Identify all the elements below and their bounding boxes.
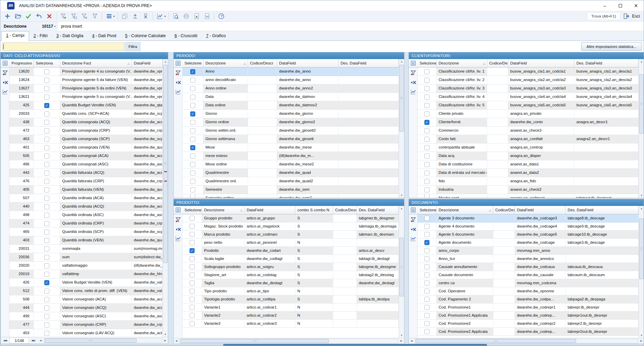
- row-checkbox[interactable]: [424, 187, 429, 192]
- row-checkbox[interactable]: [44, 322, 49, 327]
- grid-chart-icon[interactable]: [409, 87, 417, 96]
- scroll-down-icon[interactable]: ▼: [163, 332, 168, 337]
- scroll-right-icon[interactable]: ▶: [399, 338, 404, 344]
- row-checkbox[interactable]: [44, 230, 49, 235]
- table-row[interactable]: 20019 valfatttmp dwarehe.dw_hhva: [9, 270, 163, 278]
- row-checkbox[interactable]: [190, 103, 195, 108]
- col-header-datafield[interactable]: DataField: [132, 59, 163, 67]
- table-row[interactable]: 403 Quantità ordinata (VEN) dwarehe.dw_q…: [9, 236, 163, 245]
- row-checkbox[interactable]: [424, 256, 429, 261]
- cell-codice[interactable]: [333, 320, 357, 327]
- table-row[interactable]: 20033 Quantità cons. (SCP+ACA) dwarehe.d…: [9, 110, 163, 118]
- row-checkbox[interactable]: [190, 297, 195, 302]
- table-row[interactable]: 498 Quantità ordinata (ASC) dwarehe.dw_a…: [9, 211, 163, 219]
- row-checkbox[interactable]: [44, 238, 49, 243]
- table-row[interactable]: 443 Quantità fatturata (ACQ) dwarehe.dw_…: [9, 169, 163, 177]
- row-checkbox[interactable]: [190, 187, 195, 192]
- table-row[interactable]: fido anagra.an_fido: [418, 177, 639, 186]
- scroll-down-icon[interactable]: ▼: [639, 193, 644, 198]
- row-checkbox[interactable]: [190, 69, 195, 74]
- cell-codice[interactable]: [248, 177, 277, 185]
- cell-codice[interactable]: [493, 303, 515, 311]
- cell-codice[interactable]: [487, 186, 508, 194]
- row-checkbox[interactable]: [44, 86, 49, 91]
- table-row[interactable]: Data dwarehe.dw_datmov: [182, 93, 399, 101]
- tab-filtri[interactable]: 2 - Filtri: [29, 32, 52, 41]
- cell-codice[interactable]: [493, 247, 515, 255]
- table-row[interactable]: Cliente/fornit. dwarehe.dw_conto anagra.…: [418, 118, 639, 127]
- cell-codice[interactable]: [333, 247, 357, 255]
- row-checkbox[interactable]: [44, 221, 49, 226]
- clienti-vertical-scrollbar[interactable]: ▲ ▼: [639, 59, 644, 198]
- table-row[interactable]: Tipo prodotto artico.ar_tipo N: [182, 287, 399, 295]
- row-checkbox[interactable]: [190, 120, 195, 125]
- grid-clear-icon[interactable]: [409, 78, 417, 86]
- table-row[interactable]: Conto fatt. anagra.an_contfatt anagra2.a…: [418, 135, 639, 143]
- table-row[interactable]: Commercio anaext.ax_check3: [418, 127, 639, 135]
- table-row[interactable]: Anno_tco dwarehe.dw_annotco: [418, 255, 639, 263]
- scroll-right-icon[interactable]: ▶: [639, 338, 644, 344]
- table-row[interactable]: 453 Valore consegnato (LAV ACQ) dwarehe.…: [9, 329, 163, 337]
- col-header-des-datafield[interactable]: Des. DataField: [357, 206, 399, 214]
- print-preview-button[interactable]: [171, 12, 181, 21]
- row-checkbox[interactable]: [424, 154, 429, 159]
- table-row[interactable]: Data ordine dwarehe.dw_datmov2: [182, 101, 399, 110]
- row-checkbox[interactable]: [190, 224, 195, 229]
- row-checkbox[interactable]: [424, 86, 429, 91]
- row-checkbox[interactable]: [190, 232, 195, 237]
- grid-chart-icon[interactable]: [1, 87, 9, 96]
- table-row[interactable]: Industria anaext.ax_check2: [418, 186, 639, 194]
- table-row[interactable]: Cod. Operatore dwarehe.dw_opnome: [418, 287, 639, 295]
- cell-codice[interactable]: [493, 263, 515, 271]
- table-row[interactable]: 465 Quantità ordinata (SCP) dwarehe.dw_s…: [9, 228, 163, 236]
- grid-chart-icon[interactable]: [409, 234, 417, 243]
- table-row[interactable]: Data di costituzione anaext.ax_data1: [418, 160, 639, 169]
- row-checkbox[interactable]: [190, 86, 195, 91]
- row-checkbox[interactable]: [44, 305, 49, 311]
- cell-codice[interactable]: [333, 279, 357, 287]
- cell-codice[interactable]: [248, 169, 277, 177]
- table-row[interactable]: 440 Quantità ordinata (ACQ) dwarehe.dw_a…: [9, 203, 163, 211]
- col-header-progressivo[interactable]: Progressivo: [9, 59, 34, 67]
- description-field[interactable]: prova insert: [58, 22, 644, 31]
- table-row[interactable]: Mastro cont. anagra.an_codmast tabmast.t…: [418, 194, 639, 198]
- cell-codice[interactable]: [487, 118, 508, 126]
- table-row[interactable]: Classificazione cli/for. liv. 1 busvw_an…: [418, 68, 639, 76]
- row-checkbox[interactable]: [190, 145, 195, 150]
- tab-colonne-calcolate[interactable]: 5 - Colonne Calcolate: [121, 32, 170, 41]
- scroll-up-icon[interactable]: ▲: [639, 59, 644, 64]
- cell-codice[interactable]: [487, 194, 508, 198]
- mean-button[interactable]: [141, 12, 151, 21]
- row-checkbox[interactable]: [424, 305, 429, 310]
- row-checkbox[interactable]: [190, 313, 195, 318]
- scroll-up-icon[interactable]: ▲: [399, 206, 404, 211]
- table-row[interactable]: Taglia dwarehe.dw_destagl S dwarehe.dw_d…: [182, 279, 399, 287]
- plus-minus-button[interactable]: [130, 12, 141, 21]
- scroll-left-icon[interactable]: ◀: [409, 338, 414, 344]
- cell-codice[interactable]: [248, 135, 277, 143]
- tab-grafico[interactable]: 7 - Grafico: [202, 32, 230, 41]
- row-checkbox[interactable]: [44, 78, 49, 83]
- row-checkbox[interactable]: [190, 289, 195, 294]
- table-row[interactable]: Anno dwarehe.dw_anno: [182, 68, 399, 76]
- row-checkbox[interactable]: [44, 162, 49, 167]
- table-row[interactable]: 20036 sum sum(distinct dw_va...: [9, 253, 163, 262]
- grid-filter-icon[interactable]: [409, 215, 417, 224]
- table-row[interactable]: Classificazione cli/for. liv. 3 busvw_an…: [418, 84, 639, 93]
- row-checkbox[interactable]: [190, 305, 195, 310]
- col-header-seleziona[interactable]: Seleziona: [34, 59, 60, 67]
- table-row[interactable]: Cliente privato anagra.an_privato: [418, 110, 639, 118]
- cell-codice[interactable]: [493, 214, 515, 222]
- row-checkbox[interactable]: [190, 281, 195, 286]
- row-checkbox[interactable]: [190, 248, 195, 253]
- row-checkbox[interactable]: [44, 95, 49, 100]
- row-checkbox[interactable]: [190, 256, 195, 261]
- table-row[interactable]: Semestre ordine dwarehe.dw_sem2: [182, 194, 399, 198]
- row-checkbox[interactable]: [424, 162, 429, 167]
- delete-button[interactable]: [44, 12, 54, 21]
- cell-codice[interactable]: [333, 287, 357, 295]
- row-checkbox[interactable]: [424, 78, 429, 83]
- first-record-button[interactable]: |◀◀: [1, 338, 9, 344]
- close-button[interactable]: ✕: [628, 0, 644, 11]
- row-checkbox[interactable]: [424, 194, 429, 198]
